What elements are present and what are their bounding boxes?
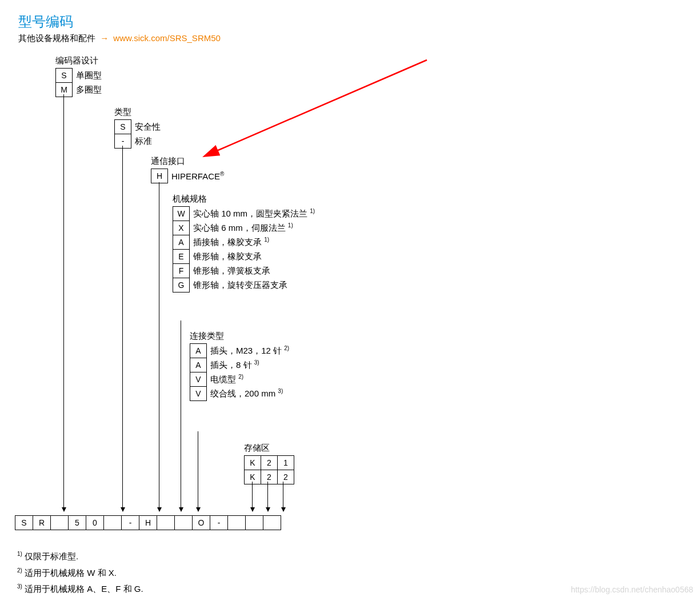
g6-leader-line-2: [267, 482, 268, 511]
g5-leader-line: [198, 431, 198, 511]
typecode-cell-0: S: [15, 515, 33, 530]
g4-options: W实心轴 10 mm，圆型夹紧法兰 1)X实心轴 6 mm，伺服法兰 1)A插接…: [173, 206, 321, 293]
g4-opt4-text: 锥形轴，弹簧板支承: [190, 264, 321, 278]
g3-opt0-code: H: [151, 169, 168, 183]
g3-options: H HIPERFACE®: [151, 169, 225, 183]
typecode-cell-4: 0: [86, 515, 104, 530]
typecode-cell-9: [174, 515, 193, 530]
typecode-cell-13: [245, 515, 263, 530]
g1-opt1-text: 多圈型: [73, 83, 103, 97]
g2-options: S安全性 -标准: [114, 119, 162, 149]
footnote-2: 3) 适用于机械规格 A、E、F 和 G.: [17, 581, 143, 598]
g6-r0-c0: K: [245, 456, 261, 470]
g4-opt4-code: F: [173, 264, 190, 278]
g6-r0-c2: 1: [278, 456, 294, 470]
svg-line-0: [215, 60, 427, 151]
page-title: 型号编码: [18, 13, 73, 31]
g3-opt0-text: HIPERFACE: [171, 171, 220, 181]
g6-r1-c2: 2: [278, 470, 294, 484]
typecode-cell-14: [263, 515, 281, 530]
typecode-cell-1: R: [33, 515, 51, 530]
g4-opt3-code: E: [173, 250, 190, 264]
g1-opt1-code: M: [56, 83, 73, 97]
g2-opt1-text: 标准: [131, 134, 162, 149]
g4-opt0-code: W: [173, 207, 190, 221]
type-code-cells: SR50-HO-: [15, 515, 281, 530]
typecode-cell-10: O: [192, 515, 210, 530]
registered-icon: ®: [220, 171, 224, 177]
g2-header: 类型: [114, 107, 131, 118]
watermark: https://blog.csdn.net/chenhao0568: [571, 585, 693, 594]
typecode-cell-7: H: [139, 515, 157, 530]
g2-leader-line: [122, 146, 123, 511]
g5-opt3-code: V: [190, 387, 207, 401]
g6-r1-c1: 2: [261, 470, 278, 484]
subtitle-prefix: 其他设备规格和配件: [18, 33, 95, 43]
g1-leader-line: [63, 94, 64, 511]
g4-opt0-text: 实心轴 10 mm，圆型夹紧法兰 1): [190, 207, 321, 221]
footnote-0: 1) 仅限于标准型.: [17, 548, 143, 565]
g4-opt2-code: A: [173, 235, 190, 250]
g2-opt1-code: -: [115, 134, 131, 149]
footnote-1: 2) 适用于机械规格 W 和 X.: [17, 565, 143, 582]
g5-opt0-code: A: [190, 344, 207, 358]
g5-opt2-code: V: [190, 372, 207, 387]
g5-options: A插头，M23，12 针 2)A插头，8 针 3)V电缆型 2)V绞合线，200…: [190, 343, 315, 401]
g1-opt0-code: S: [56, 69, 73, 83]
g6-leader-line-3: [283, 482, 283, 511]
typecode-cell-6: -: [121, 515, 139, 530]
g6-r1-c0: K: [245, 470, 261, 484]
g3-leader-line: [159, 182, 159, 511]
typecode-cell-5: [103, 515, 122, 530]
subtitle-line: 其他设备规格和配件 → www.sick.com/SRS_SRM50: [18, 33, 221, 44]
footnotes: 1) 仅限于标准型.2) 适用于机械规格 W 和 X.3) 适用于机械规格 A、…: [17, 548, 143, 598]
g5-opt3-text: 绞合线，200 mm 3): [207, 387, 315, 401]
typecode-cell-3: 5: [68, 515, 86, 530]
typecode-cell-2: [50, 515, 69, 530]
g1-header: 编码器设计: [55, 55, 98, 66]
g6-leader-line-1: [252, 482, 253, 511]
g6-header: 存储区: [244, 443, 270, 454]
g6-options: K21K22: [244, 455, 294, 484]
g4-leader-line: [181, 320, 181, 511]
g2-opt0-code: S: [115, 120, 131, 134]
g6-r0-c1: 2: [261, 456, 278, 470]
g4-opt1-text: 实心轴 6 mm，伺服法兰 1): [190, 221, 321, 235]
g3-header: 通信接口: [151, 156, 185, 167]
typecode-cell-11: -: [210, 515, 228, 530]
typecode-cell-8: [157, 515, 175, 530]
g5-opt1-code: A: [190, 358, 207, 372]
g5-opt2-text: 电缆型 2): [207, 372, 315, 387]
g5-header: 连接类型: [190, 331, 224, 342]
g4-opt1-code: X: [173, 221, 190, 235]
g5-opt1-text: 插头，8 针 3): [207, 358, 315, 372]
type-code-diagram: 编码器设计 S单圈型 M多圈型 类型 S安全性 -标准 通信接口 H HIPER…: [15, 54, 427, 517]
g1-opt0-text: 单圈型: [73, 69, 103, 83]
g4-opt5-code: G: [173, 278, 190, 293]
red-annotation-arrow: [198, 54, 438, 169]
g4-header: 机械规格: [173, 194, 207, 205]
arrow-right-icon: →: [100, 33, 109, 43]
g5-opt0-text: 插头，M23，12 针 2): [207, 344, 315, 358]
g4-opt5-text: 锥形轴，旋转变压器支承: [190, 278, 321, 293]
product-link[interactable]: www.sick.com/SRS_SRM50: [113, 33, 221, 43]
g1-options: S单圈型 M多圈型: [55, 68, 103, 97]
g4-opt2-text: 插接轴，橡胶支承 1): [190, 235, 321, 250]
typecode-cell-12: [227, 515, 246, 530]
g2-opt0-text: 安全性: [131, 120, 162, 134]
g4-opt3-text: 锥形轴，橡胶支承: [190, 250, 321, 264]
